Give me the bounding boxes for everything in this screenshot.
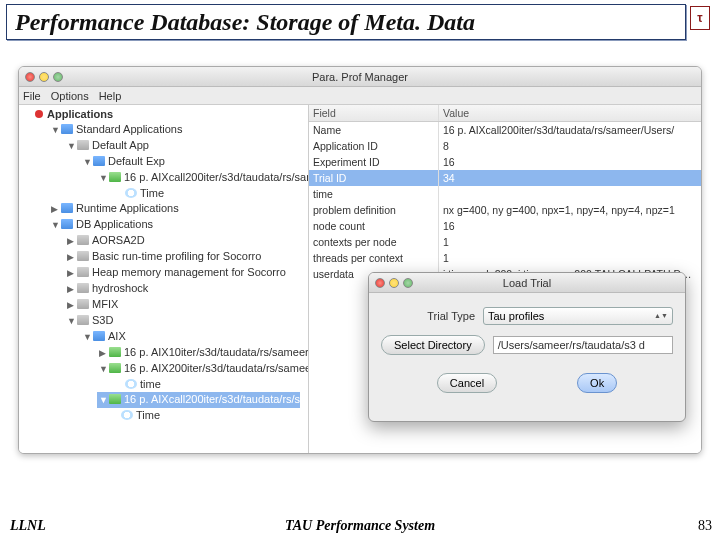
- tree-node-runtime-apps[interactable]: ▶Runtime Applications: [49, 201, 306, 217]
- folder-icon: [61, 203, 73, 213]
- column-header-field[interactable]: Field: [309, 105, 439, 121]
- tree-node-trial[interactable]: ▼16 p. AIXcall200iter/s3d/taudata/rs/sam…: [97, 170, 300, 201]
- dialog-titlebar[interactable]: Load Trial: [369, 273, 685, 293]
- tree-node-db-apps[interactable]: ▼DB Applications ▶AORSA2D ▶Basic run-tim…: [49, 217, 306, 423]
- folder-icon: [77, 299, 89, 309]
- cell-field: Trial ID: [309, 170, 439, 186]
- disclosure-open-icon[interactable]: ▼: [99, 393, 107, 408]
- folder-icon: [93, 156, 105, 166]
- slide-title: Performance Database: Storage of Meta. D…: [15, 9, 475, 36]
- applications-tree[interactable]: Applications ▼Standard Applications ▼Def…: [19, 105, 309, 453]
- tree-node-trial[interactable]: ▼16 p. AIX200iter/s3d/taudata/rs/sameer/…: [97, 361, 300, 392]
- folder-icon: [77, 283, 89, 293]
- tree-node[interactable]: ▶MFIX: [65, 297, 304, 313]
- table-row[interactable]: time: [309, 186, 701, 202]
- load-trial-dialog: Load Trial Trial Type Tau profiles ▲▼ Se…: [368, 272, 686, 422]
- menu-options[interactable]: Options: [51, 90, 89, 102]
- tree-root[interactable]: Applications ▼Standard Applications ▼Def…: [33, 107, 308, 423]
- cell-field: Experiment ID: [309, 154, 439, 170]
- menu-file[interactable]: File: [23, 90, 41, 102]
- cell-value: 1: [439, 250, 701, 266]
- tree-node-default-exp[interactable]: ▼Default Exp ▼16 p. AIXcall200iter/s3d/t…: [81, 154, 302, 201]
- clock-icon: [125, 379, 137, 389]
- details-header: Field Value: [309, 105, 701, 122]
- clock-icon: [121, 410, 133, 420]
- table-row[interactable]: Trial ID34: [309, 170, 701, 186]
- table-row[interactable]: threads per context1: [309, 250, 701, 266]
- tree-node[interactable]: ▶Heap memory management for Socorro: [65, 265, 304, 281]
- folder-icon: [77, 315, 89, 325]
- table-row[interactable]: Experiment ID16: [309, 154, 701, 170]
- folder-icon: [77, 251, 89, 261]
- trial-type-label: Trial Type: [381, 310, 475, 322]
- disclosure-closed-icon[interactable]: ▶: [51, 202, 59, 217]
- disclosure-closed-icon[interactable]: ▶: [99, 346, 107, 361]
- clock-icon: [125, 188, 137, 198]
- details-rows: Name16 p. AIXcall200iter/s3d/taudata/rs/…: [309, 122, 701, 282]
- disclosure-open-icon[interactable]: ▼: [51, 123, 59, 138]
- tree-node-trial-selected[interactable]: ▼16 p. AIXcall200iter/s3d/taudata/rs/sam…: [97, 392, 300, 408]
- cell-field: contexts per node: [309, 234, 439, 250]
- select-directory-button[interactable]: Select Directory: [381, 335, 485, 355]
- column-header-value[interactable]: Value: [439, 105, 701, 121]
- tree-leaf-time[interactable]: Time: [97, 408, 300, 423]
- cancel-button[interactable]: Cancel: [437, 373, 497, 393]
- tree-node-default-app[interactable]: ▼Default App ▼Default Exp ▼16 p. AIXcall…: [65, 138, 304, 201]
- cell-value: 16 p. AIXcall200iter/s3d/taudata/rs/same…: [439, 122, 701, 138]
- footer-center: TAU Performance System: [0, 518, 720, 534]
- tree-leaf-time[interactable]: Time: [113, 186, 298, 201]
- tree-node-standard-apps[interactable]: ▼Standard Applications ▼Default App ▼Def…: [49, 122, 306, 201]
- tree-node[interactable]: ▶AORSA2D: [65, 233, 304, 249]
- menu-help[interactable]: Help: [99, 90, 122, 102]
- cell-field: threads per context: [309, 250, 439, 266]
- tree-node[interactable]: ▶hydroshock: [65, 281, 304, 297]
- trial-icon: [109, 347, 121, 357]
- table-row[interactable]: contexts per node1: [309, 234, 701, 250]
- tree-node[interactable]: ▶Basic run-time profiling for Socorro: [65, 249, 304, 265]
- page-number: 83: [698, 518, 712, 534]
- tau-logo: τ: [690, 6, 710, 30]
- disclosure-open-icon[interactable]: ▼: [67, 314, 75, 329]
- disclosure-closed-icon[interactable]: ▶: [67, 250, 75, 265]
- disclosure-open-icon[interactable]: ▼: [99, 171, 107, 186]
- disclosure-open-icon[interactable]: ▼: [51, 218, 59, 233]
- folder-icon: [77, 267, 89, 277]
- tree-leaf-time[interactable]: time: [113, 377, 298, 392]
- disclosure-closed-icon[interactable]: ▶: [67, 234, 75, 249]
- cell-value: 1: [439, 234, 701, 250]
- disclosure-open-icon[interactable]: ▼: [83, 155, 91, 170]
- cell-field: problem definition: [309, 202, 439, 218]
- menubar: File Options Help: [19, 87, 701, 105]
- folder-icon: [61, 219, 73, 229]
- cell-field: Name: [309, 122, 439, 138]
- directory-path-field[interactable]: /Users/sameer/rs/taudata/s3 d: [493, 336, 673, 354]
- disclosure-open-icon[interactable]: ▼: [67, 139, 75, 154]
- table-row[interactable]: Name16 p. AIXcall200iter/s3d/taudata/rs/…: [309, 122, 701, 138]
- folder-icon: [77, 140, 89, 150]
- ok-button[interactable]: Ok: [577, 373, 617, 393]
- tree-node-trial[interactable]: ▶16 p. AIX10iter/s3d/taudata/rs/sameer/U…: [97, 345, 300, 361]
- folder-icon: [61, 124, 73, 134]
- window-titlebar[interactable]: Para. Prof Manager: [19, 67, 701, 87]
- disclosure-closed-icon[interactable]: ▶: [67, 282, 75, 297]
- slide-title-box: Performance Database: Storage of Meta. D…: [6, 4, 686, 40]
- disclosure-open-icon[interactable]: ▼: [83, 330, 91, 345]
- table-row[interactable]: problem definitionnx g=400, ny g=400, np…: [309, 202, 701, 218]
- tree-node-aix[interactable]: ▼AIX ▶16 p. AIX10iter/s3d/taudata/rs/sam…: [81, 329, 302, 423]
- folder-icon: [77, 235, 89, 245]
- window-title: Para. Prof Manager: [19, 71, 701, 83]
- trial-type-select[interactable]: Tau profiles ▲▼: [483, 307, 673, 325]
- table-row[interactable]: node count16: [309, 218, 701, 234]
- disclosure-open-icon[interactable]: ▼: [99, 362, 107, 377]
- cell-value: nx g=400, ny g=400, npx=1, npy=4, npy=4,…: [439, 202, 701, 218]
- bullet-icon: [35, 110, 43, 118]
- disclosure-closed-icon[interactable]: ▶: [67, 298, 75, 313]
- tree-node-s3d[interactable]: ▼S3D ▼AIX ▶16 p. AIX10iter/s3d/taudata/r…: [65, 313, 304, 423]
- trial-icon: [109, 363, 121, 373]
- trial-icon: [109, 172, 121, 182]
- disclosure-closed-icon[interactable]: ▶: [67, 266, 75, 281]
- cell-field: node count: [309, 218, 439, 234]
- cell-value: [439, 186, 701, 202]
- table-row[interactable]: Application ID8: [309, 138, 701, 154]
- folder-icon: [93, 331, 105, 341]
